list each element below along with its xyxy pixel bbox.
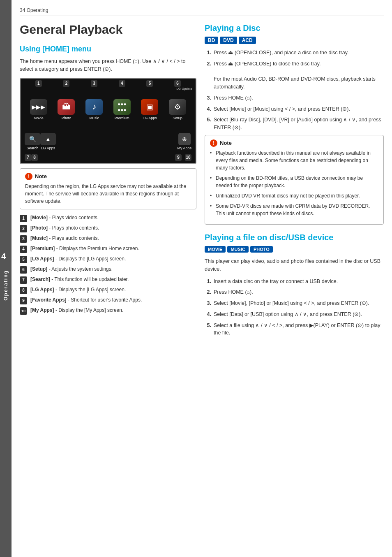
right-note-bullets: Playback functions described in this man… [210,149,378,217]
disc-step-4: Select [Movie] or [Music] using < / >, a… [205,105,384,113]
music-label: Music [89,116,99,120]
legend-num-4: 4 [20,246,27,253]
setup-icon: ⚙ [169,99,186,115]
file-format-badges: MOVIE MUSIC PHOTO [205,246,384,253]
section1-body: The home menu appears when you press HOM… [20,58,196,74]
breadcrumb: 34 Operating [20,7,384,16]
premium-label: Premium [115,116,129,120]
legend-item-10: 10 [My Apps] - Display the [My Apps] scr… [20,307,196,315]
left-note-text: Depending on the region, the LG Apps ser… [25,183,191,205]
legend-num-1: 1 [20,215,27,222]
legend-item-8: 8 [LG Apps] - Displays the [LG Apps] scr… [20,286,196,294]
legend-item-4: 4 [Premium] - Displays the Premium Home … [20,245,196,253]
legend-item-5: 5 [LG Apps] - Displays the [LG Apps] scr… [20,255,196,263]
disc-step-1: Press ⏏ (OPEN/CLOSE), and place a disc o… [205,49,384,57]
disc-step-4-text: Select [Movie] or [Music] using < / >, a… [214,105,350,113]
section2-gap: Playing a file on disc/USB device MOVIE … [205,232,384,337]
lgapps2-label: LG Apps [41,146,55,150]
badge-acd: ACD [239,37,256,44]
note-bullet-1: Playback functions described in this man… [210,149,378,172]
num-7: 7 [25,154,31,161]
note-bullet-2: Depending on the BD-ROM titles, a USB de… [210,174,378,189]
file-step-4: Select [Data] or [USB] option using ∧ / … [205,311,384,318]
menu-premium: ●●●●●● Premium [113,99,131,120]
num-4: 4 [119,80,125,87]
disc-step-3-text: Press HOME (⌂). [214,94,253,102]
badge-photo: PHOTO [250,246,273,253]
note-bullet-4: Some DVD-VR discs are made with CPRM dat… [210,202,378,217]
disc-step-1-text: Press ⏏ (OPEN/CLOSE), and place a disc o… [214,49,349,57]
num-2: 2 [63,80,69,87]
menu-movie: ▶▶▶ Movie [30,99,47,120]
section2-body: This player can play video, audio and ph… [205,258,384,274]
menu-photo: 🏔 Photo [58,99,75,120]
badge-bd: BD [205,37,218,44]
setup-label: Setup [173,116,182,120]
legend-num-3: 3 [20,235,27,243]
legend-text-5: [LG Apps] - Displays the [LG Apps] scree… [30,255,126,262]
bottom-lgapps2: ▲ LG Apps [40,133,56,150]
disc-format-badges: BD DVD ACD [205,37,384,44]
legend-item-6: 6 [Setup] - Adjusts the system settings. [20,266,196,274]
legend-text-3: [Music] - Plays audio contents. [30,235,99,242]
badge-music: MUSIC [227,246,248,253]
file-step-5: Select a file using ∧ / ∨ / < / >, and p… [205,322,384,337]
file-step-3: Select [Movie], [Photo] or [Music] using… [205,299,384,307]
left-column: General Playback Using [HOME] menu The h… [20,23,196,549]
menu-icons-row: ▶▶▶ Movie 🏔 Photo ♪ Music ●●●●●● [21,87,196,122]
movie-icon: ▶▶▶ [30,99,47,115]
legend-num-2: 2 [20,225,27,232]
lgapps2-icon: ▲ [40,133,56,145]
left-note-title: ! Note [25,173,191,180]
legend-item-9: 9 [Favorite Apps] - Shortcut for user's … [20,297,196,304]
main-content: 34 Operating General Playback Using [HOM… [12,0,392,557]
page-title: General Playback [20,23,196,37]
bottom-search: 🔍 Search [25,133,40,150]
photo-label: Photo [62,116,71,120]
legend-num-7: 7 [20,276,27,284]
movie-label: Movie [34,116,44,120]
right-note-icon: ! [210,139,217,147]
disc-step-5-text: Select [Blu-ray Disc], [DVD], [VR] or [A… [214,116,384,132]
legend-text-10: [My Apps] - Display the [My Apps] screen… [30,307,123,314]
lgapps-icon: ▣ [141,99,158,115]
file-step-1: Insert a data disc on the tray or connec… [205,278,384,285]
legend-text-4: [Premium] - Displays the Premium Home sc… [30,245,139,252]
num-9: 9 [175,154,182,161]
right-note-title: ! Note [210,139,378,147]
disc-step-2-text: Press ⏏ (OPEN/CLOSE) to close the disc t… [214,60,384,91]
home-menu-screenshot: 1 2 3 4 5 6 LG Update ▶▶▶ Movie [20,78,196,164]
legend-num-5: 5 [20,256,27,263]
search-label: Search [27,146,39,150]
disc-steps-list: Press ⏏ (OPEN/CLOSE), and place a disc o… [205,49,384,132]
num-8: 8 [31,154,38,161]
menu-bottom-row: 🔍 Search ▲ LG Apps ⊕ My Apps [21,131,196,152]
legend-item-7: 7 [Search] - This function will be updat… [20,276,196,284]
num-10: 10 [185,154,191,161]
file-step-1-text: Insert a data disc on the tray or connec… [214,278,338,285]
left-note-icon: ! [25,173,32,180]
disc-step-2: Press ⏏ (OPEN/CLOSE) to close the disc t… [205,60,384,91]
music-icon: ♪ [85,99,103,115]
legend-num-8: 8 [20,287,27,294]
legend-text-2: [Photo] - Plays photo contents. [30,225,99,232]
legend-item-2: 2 [Photo] - Plays photo contents. [20,225,196,232]
legend-text-1: [Movie] - Plays video contents. [30,214,99,221]
file-step-4-text: Select [Data] or [USB] option using ∧ / … [214,311,362,318]
section-file-title: Playing a file on disc/USB device [205,232,384,243]
page-wrapper: 4 Operating 34 Operating General Playbac… [0,0,392,557]
file-steps-list: Insert a data disc on the tray or connec… [205,278,384,337]
section-playing-disc-title: Playing a Disc [205,23,384,33]
file-step-2-text: Press HOME (⌂). [214,288,253,296]
badge-movie: MOVIE [205,246,226,253]
right-column: Playing a Disc BD DVD ACD Press ⏏ (OPEN/… [205,23,384,549]
num-5: 5 [146,80,153,87]
note-bullet-3: Unfinalized DVD VR format discs may not … [210,192,378,200]
left-note-box: ! Note Depending on the region, the LG A… [20,168,196,209]
right-note-box: ! Note Playback functions described in t… [205,135,384,225]
disc-step-5: Select [Blu-ray Disc], [DVD], [VR] or [A… [205,116,384,132]
menu-numbers-top: 1 2 3 4 5 6 [21,79,196,87]
menu-music: ♪ Music [85,99,103,120]
legend-text-7: [Search] - This function will be updated… [30,276,129,283]
legend-text-8: [LG Apps] - Displays the [LG Apps] scree… [30,286,126,293]
